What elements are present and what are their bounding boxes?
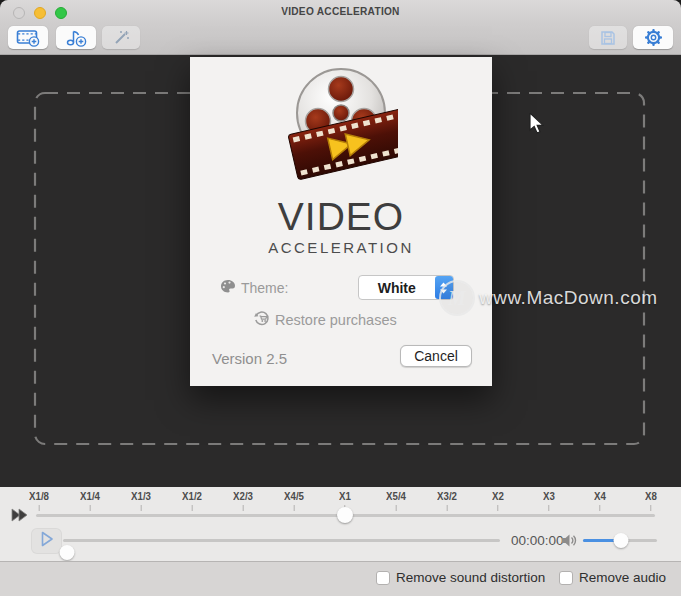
restore-purchases-label: Restore purchases: [275, 312, 397, 328]
footer-bar: Remove sound distortion Remove audio: [0, 561, 681, 596]
speed-step-x8[interactable]: X8: [644, 490, 657, 511]
speed-step-label: X8: [645, 490, 657, 502]
toolbar: [0, 24, 681, 55]
remove-audio-label: Remove audio: [579, 570, 666, 585]
speed-step-tick: [395, 505, 397, 511]
remove-sound-distortion-checkbox[interactable]: Remove sound distortion: [376, 570, 545, 585]
speed-step-label: X1/3: [131, 490, 151, 502]
checkbox-icon[interactable]: [376, 571, 390, 585]
app-name: VIDEO: [190, 195, 492, 239]
speed-step-x4[interactable]: X4: [593, 490, 606, 511]
speed-step-tick: [650, 505, 652, 511]
speed-step-label: X2: [492, 490, 504, 502]
speed-step-tick: [497, 505, 499, 511]
speed-step-tick: [89, 505, 91, 511]
speed-step-x2-3[interactable]: X2/3: [232, 490, 255, 511]
window-title: VIDEO ACCELERATION: [0, 5, 681, 17]
speed-step-label: X1/4: [80, 490, 100, 502]
speed-step-label: X2/3: [233, 490, 253, 502]
settings-button[interactable]: [633, 26, 673, 49]
floppy-disk-icon: [599, 29, 617, 47]
select-chevrons-icon: [435, 276, 453, 299]
speed-step-label: X1: [339, 490, 351, 502]
speed-step-label: X1/2: [182, 490, 202, 502]
speed-step-tick: [242, 505, 244, 511]
volume-slider-thumb[interactable]: [614, 533, 629, 548]
speed-step-tick: [548, 505, 550, 511]
speed-bar: X1/8X1/4X1/3X1/2X2/3X4/5X1X5/4X3/2X2X3X4…: [0, 487, 681, 527]
speed-step-x1-3[interactable]: X1/3: [130, 490, 153, 511]
speed-slider-thumb[interactable]: [337, 507, 353, 523]
speed-step-x5-4[interactable]: X5/4: [385, 490, 408, 511]
app-icon: [286, 65, 398, 191]
cancel-button[interactable]: Cancel: [400, 345, 472, 367]
theme-row: Theme: White: [220, 276, 288, 300]
app-name-sub: ACCELERATION: [190, 239, 492, 256]
about-dialog: VIDEO ACCELERATION Theme: White: [190, 57, 492, 386]
speed-step-label: X1/8: [29, 490, 49, 502]
speed-step-tick: [599, 505, 601, 511]
magic-wand-button[interactable]: [102, 26, 140, 49]
save-button[interactable]: [589, 26, 627, 49]
music-plus-icon: [65, 29, 87, 47]
speed-step-tick: [293, 505, 295, 511]
restore-cart-icon: [253, 309, 271, 331]
add-video-button[interactable]: [8, 26, 48, 49]
speed-step-x3-2[interactable]: X3/2: [436, 490, 459, 511]
theme-label: Theme:: [241, 280, 288, 296]
app-window: VIDEO ACCELERATION: [0, 0, 681, 596]
gear-icon: [644, 28, 663, 47]
palette-icon: [220, 279, 236, 298]
mouse-cursor-icon: [529, 113, 546, 139]
transport-bar: 00:00:00: [0, 527, 681, 561]
speed-step-x3[interactable]: X3: [542, 490, 555, 511]
speed-step-label: X3: [543, 490, 555, 502]
theme-selected-value: White: [359, 280, 435, 296]
add-audio-button[interactable]: [56, 26, 96, 49]
version-label: Version 2.5: [212, 350, 287, 367]
film-plus-icon: [16, 29, 40, 47]
theme-select[interactable]: White: [358, 275, 454, 300]
title-bar: VIDEO ACCELERATION: [0, 0, 681, 24]
remove-sound-distortion-label: Remove sound distortion: [396, 570, 545, 585]
speed-step-label: X3/2: [437, 490, 457, 502]
playback-speed-icon: [11, 508, 29, 526]
magic-wand-icon: [112, 29, 130, 47]
restore-purchases-link[interactable]: Restore purchases: [253, 310, 397, 330]
play-button[interactable]: [31, 528, 62, 554]
progress-slider-track[interactable]: [63, 539, 500, 542]
volume-slider-track[interactable]: [583, 539, 657, 542]
speed-step-tick: [140, 505, 142, 511]
time-display: 00:00:00: [511, 533, 564, 548]
speed-step-x4-5[interactable]: X4/5: [283, 490, 306, 511]
speed-step-tick: [38, 505, 40, 511]
checkbox-icon[interactable]: [559, 571, 573, 585]
speed-step-label: X5/4: [386, 490, 406, 502]
play-icon: [40, 531, 54, 551]
remove-audio-checkbox[interactable]: Remove audio: [559, 570, 666, 585]
speed-step-label: X4: [594, 490, 606, 502]
speed-step-x1-4[interactable]: X1/4: [79, 490, 102, 511]
speed-step-tick: [191, 505, 193, 511]
speed-step-x1-2[interactable]: X1/2: [181, 490, 204, 511]
speed-step-label: X4/5: [284, 490, 304, 502]
cancel-button-label: Cancel: [414, 348, 458, 364]
progress-slider-thumb[interactable]: [60, 545, 75, 560]
volume-icon: [561, 532, 578, 553]
speed-step-tick: [446, 505, 448, 511]
speed-step-x1-8[interactable]: X1/8: [28, 490, 51, 511]
speed-step-x2[interactable]: X2: [491, 490, 504, 511]
